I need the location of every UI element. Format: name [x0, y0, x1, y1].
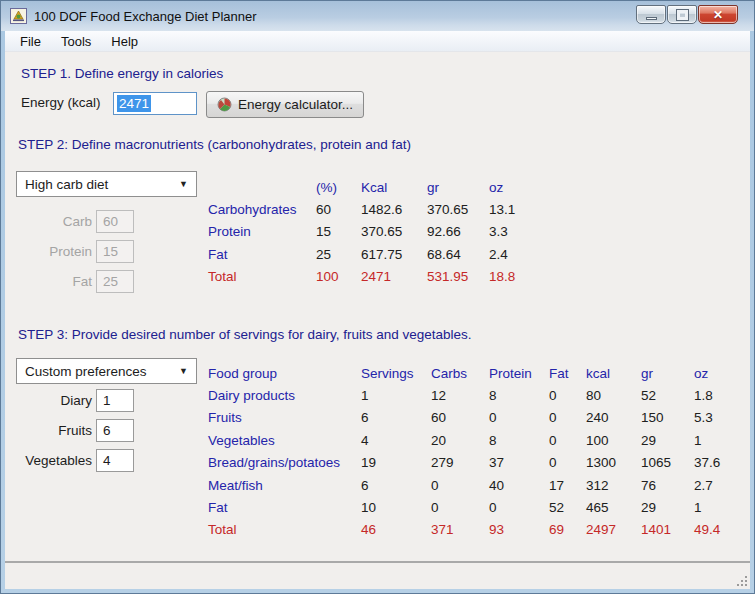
food-total-label: Total [208, 519, 361, 541]
macro-row-label: Carbohydrates [208, 198, 316, 220]
fat-label: Fat [5, 274, 92, 289]
food-cell-value: 20 [431, 429, 489, 451]
food-cell-value: 12 [431, 384, 489, 406]
food-cell-value: 52 [549, 496, 586, 518]
food-cell-value: 240 [586, 407, 641, 429]
status-bar [5, 561, 750, 589]
food-cell-value: 0 [549, 384, 586, 406]
food-total-value: 49.4 [694, 519, 740, 541]
food-cell-value: 37 [489, 452, 549, 474]
food-cell-value: 37.6 [694, 452, 740, 474]
chevron-down-icon: ▼ [179, 179, 188, 189]
food-cell-value: 1 [361, 384, 431, 406]
food-cell-value: 100 [586, 429, 641, 451]
food-col-header: oz [694, 362, 740, 384]
protein-label: Protein [5, 244, 92, 259]
food-total-value: 69 [549, 519, 586, 541]
client-area: File Tools Help STEP 1. Define energy in… [5, 31, 750, 561]
macro-cell-value: 370.65 [427, 198, 489, 220]
fruits-label: Fruits [5, 423, 92, 438]
macro-cell-value: 617.75 [361, 243, 427, 265]
menu-file[interactable]: File [10, 32, 51, 51]
step3-heading: STEP 3: Provide desired number of servin… [18, 327, 471, 342]
macro-cell-value: 25 [316, 243, 361, 265]
food-cell-value: 0 [431, 496, 489, 518]
vegetables-servings-input[interactable]: 4 [96, 449, 134, 472]
macro-total-value: 531.95 [427, 266, 489, 288]
maximize-button[interactable] [667, 5, 697, 24]
food-cell-value: 19 [361, 452, 431, 474]
macro-total-value: 100 [316, 266, 361, 288]
fruits-field-row: Fruits 6 [5, 419, 134, 442]
food-cell-value: 40 [489, 474, 549, 496]
food-cell-value: 52 [641, 384, 694, 406]
close-icon: ✕ [713, 9, 723, 21]
window-title: 100 DOF Food Exchange Diet Planner [34, 9, 257, 24]
food-total-value: 93 [489, 519, 549, 541]
food-row-label: Vegetables [208, 429, 361, 451]
title-bar[interactable]: 100 DOF Food Exchange Diet Planner ✕ [1, 1, 754, 31]
food-cell-value: 17 [549, 474, 586, 496]
preferences-select-value: Custom preferences [25, 364, 147, 379]
food-cell-value: 4 [361, 429, 431, 451]
fruits-servings-input[interactable]: 6 [96, 419, 134, 442]
macro-cell-value: 15 [316, 221, 361, 243]
macro-col-header: oz [489, 176, 539, 198]
food-cell-value: 0 [489, 496, 549, 518]
food-col-header: Protein [489, 362, 549, 384]
macro-col-header: (%) [316, 176, 361, 198]
energy-label: Energy (kcal) [21, 95, 101, 110]
macro-cell-value: 370.65 [361, 221, 427, 243]
food-cell-value: 80 [586, 384, 641, 406]
resize-grip[interactable] [734, 573, 748, 587]
macro-cell-value: 3.3 [489, 221, 539, 243]
macro-total-value: 18.8 [489, 266, 539, 288]
energy-calculator-icon [217, 97, 232, 112]
window-controls: ✕ [635, 5, 738, 24]
food-row-label: Fruits [208, 407, 361, 429]
minimize-icon [646, 17, 657, 20]
food-cell-value: 150 [641, 407, 694, 429]
food-cell-value: 0 [549, 452, 586, 474]
step1-heading: STEP 1. Define energy in calories [21, 66, 223, 81]
macro-col-header: Kcal [361, 176, 427, 198]
macro-cell-value: 68.64 [427, 243, 489, 265]
maximize-icon [677, 10, 688, 20]
energy-input[interactable]: 2471 [113, 92, 197, 115]
food-group-table: Food groupServingsCarbsProteinFatkcalgro… [208, 362, 740, 541]
dairy-servings-input[interactable]: 1 [96, 389, 134, 412]
energy-value: 2471 [117, 95, 151, 112]
app-icon [10, 8, 27, 24]
food-total-value: 371 [431, 519, 489, 541]
food-row-label: Dairy products [208, 384, 361, 406]
diet-select[interactable]: High carb diet ▼ [16, 171, 197, 197]
food-cell-value: 279 [431, 452, 489, 474]
fat-field-row: Fat 25 [5, 270, 134, 293]
chevron-down-icon: ▼ [179, 366, 188, 376]
vegetables-field-row: Vegetables 4 [5, 449, 134, 472]
energy-calculator-button[interactable]: Energy calculator... [206, 91, 364, 118]
food-cell-value: 5.3 [694, 407, 740, 429]
food-col-header: Carbs [431, 362, 489, 384]
macro-cell-value: 1482.6 [361, 198, 427, 220]
food-cell-value: 29 [641, 429, 694, 451]
food-total-value: 2497 [586, 519, 641, 541]
energy-calculator-label: Energy calculator... [238, 97, 353, 112]
dairy-label: Diary [5, 393, 92, 408]
carb-input: 60 [96, 210, 134, 233]
food-cell-value: 8 [489, 429, 549, 451]
minimize-button[interactable] [636, 5, 666, 24]
food-col-header: Fat [549, 362, 586, 384]
food-cell-value: 10 [361, 496, 431, 518]
food-cell-value: 2.7 [694, 474, 740, 496]
menu-tools[interactable]: Tools [51, 32, 101, 51]
food-row-label: Fat [208, 496, 361, 518]
close-button[interactable]: ✕ [698, 5, 738, 24]
preferences-select[interactable]: Custom preferences ▼ [16, 358, 197, 384]
carb-field-row: Carb 60 [5, 210, 134, 233]
food-cell-value: 1.8 [694, 384, 740, 406]
dairy-field-row: Diary 1 [5, 389, 134, 412]
food-cell-value: 1300 [586, 452, 641, 474]
macro-cell-value: 2.4 [489, 243, 539, 265]
menu-help[interactable]: Help [101, 32, 148, 51]
